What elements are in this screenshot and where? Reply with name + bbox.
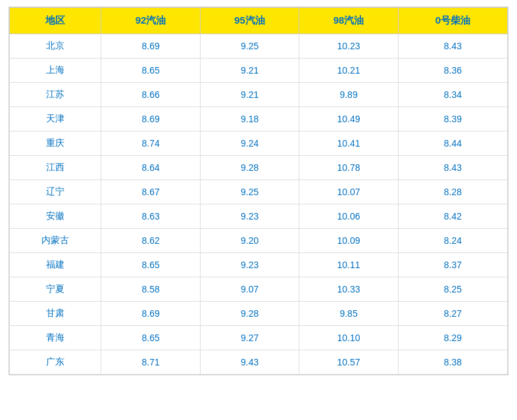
table-row: 辽宁8.679.2510.078.28: [10, 180, 508, 204]
price-cell: 10.41: [299, 131, 398, 156]
price-cell: 10.06: [299, 204, 398, 229]
table-body: 北京8.699.2510.238.43上海8.659.2110.218.36江苏…: [10, 34, 508, 375]
price-cell: 8.25: [398, 277, 507, 302]
table-row: 重庆8.749.2410.418.44: [10, 131, 508, 156]
price-cell: 8.65: [101, 58, 200, 83]
price-cell: 8.69: [101, 107, 200, 131]
fuel-price-table-wrapper: 地区92汽油95汽油98汽油0号柴油 北京8.699.2510.238.43上海…: [9, 7, 508, 375]
table-row: 甘肃8.699.289.858.27: [10, 302, 508, 326]
header-cell-1: 92汽油: [101, 8, 200, 34]
region-cell: 青海: [10, 326, 101, 350]
price-cell: 9.18: [200, 107, 299, 131]
price-cell: 8.65: [101, 326, 200, 350]
price-cell: 10.57: [299, 350, 398, 375]
price-cell: 10.09: [299, 229, 398, 253]
price-cell: 8.66: [101, 83, 200, 107]
table-row: 广东8.719.4310.578.38: [10, 350, 508, 375]
region-cell: 上海: [10, 58, 101, 83]
price-cell: 10.21: [299, 58, 398, 83]
price-cell: 10.78: [299, 156, 398, 180]
price-cell: 8.71: [101, 350, 200, 375]
price-cell: 8.38: [398, 350, 507, 375]
price-cell: 8.37: [398, 253, 507, 277]
price-cell: 8.42: [398, 204, 507, 229]
table-row: 青海8.659.2710.108.29: [10, 326, 508, 350]
table-row: 江西8.649.2810.788.43: [10, 156, 508, 180]
price-cell: 10.07: [299, 180, 398, 204]
table-row: 内蒙古8.629.2010.098.24: [10, 229, 508, 253]
price-cell: 9.23: [200, 253, 299, 277]
price-cell: 10.10: [299, 326, 398, 350]
region-cell: 福建: [10, 253, 101, 277]
price-cell: 9.89: [299, 83, 398, 107]
price-cell: 8.44: [398, 131, 507, 156]
price-cell: 8.43: [398, 156, 507, 180]
table-row: 天津8.699.1810.498.39: [10, 107, 508, 131]
price-cell: 9.25: [200, 180, 299, 204]
price-cell: 8.69: [101, 34, 200, 58]
region-cell: 北京: [10, 34, 101, 58]
region-cell: 内蒙古: [10, 229, 101, 253]
table-row: 宁夏8.589.0710.338.25: [10, 277, 508, 302]
price-cell: 9.85: [299, 302, 398, 326]
price-cell: 8.36: [398, 58, 507, 83]
price-cell: 8.24: [398, 229, 507, 253]
header-cell-2: 95汽油: [200, 8, 299, 34]
table-row: 福建8.659.2310.118.37: [10, 253, 508, 277]
price-cell: 8.58: [101, 277, 200, 302]
region-cell: 安徽: [10, 204, 101, 229]
table-row: 北京8.699.2510.238.43: [10, 34, 508, 58]
region-cell: 江西: [10, 156, 101, 180]
region-cell: 甘肃: [10, 302, 101, 326]
price-cell: 8.29: [398, 326, 507, 350]
price-cell: 8.28: [398, 180, 507, 204]
price-cell: 8.64: [101, 156, 200, 180]
price-cell: 9.20: [200, 229, 299, 253]
header-cell-3: 98汽油: [299, 8, 398, 34]
header-cell-4: 0号柴油: [398, 8, 507, 34]
region-cell: 江苏: [10, 83, 101, 107]
price-cell: 10.11: [299, 253, 398, 277]
price-cell: 8.65: [101, 253, 200, 277]
price-cell: 8.34: [398, 83, 507, 107]
price-cell: 8.69: [101, 302, 200, 326]
price-cell: 8.39: [398, 107, 507, 131]
price-cell: 8.43: [398, 34, 507, 58]
price-cell: 9.25: [200, 34, 299, 58]
price-cell: 9.23: [200, 204, 299, 229]
price-cell: 10.49: [299, 107, 398, 131]
region-cell: 重庆: [10, 131, 101, 156]
region-cell: 宁夏: [10, 277, 101, 302]
header-row: 地区92汽油95汽油98汽油0号柴油: [10, 8, 508, 34]
fuel-price-table: 地区92汽油95汽油98汽油0号柴油 北京8.699.2510.238.43上海…: [9, 7, 508, 375]
price-cell: 9.07: [200, 277, 299, 302]
price-cell: 8.62: [101, 229, 200, 253]
price-cell: 9.28: [200, 156, 299, 180]
price-cell: 8.74: [101, 131, 200, 156]
price-cell: 8.67: [101, 180, 200, 204]
price-cell: 9.43: [200, 350, 299, 375]
table-row: 安徽8.639.2310.068.42: [10, 204, 508, 229]
region-cell: 广东: [10, 350, 101, 375]
region-cell: 天津: [10, 107, 101, 131]
price-cell: 10.23: [299, 34, 398, 58]
price-cell: 9.27: [200, 326, 299, 350]
region-cell: 辽宁: [10, 180, 101, 204]
table-row: 江苏8.669.219.898.34: [10, 83, 508, 107]
header-cell-0: 地区: [10, 8, 101, 34]
price-cell: 8.63: [101, 204, 200, 229]
price-cell: 9.24: [200, 131, 299, 156]
price-cell: 9.21: [200, 58, 299, 83]
table-row: 上海8.659.2110.218.36: [10, 58, 508, 83]
price-cell: 10.33: [299, 277, 398, 302]
price-cell: 9.28: [200, 302, 299, 326]
price-cell: 9.21: [200, 83, 299, 107]
table-header: 地区92汽油95汽油98汽油0号柴油: [10, 8, 508, 34]
price-cell: 8.27: [398, 302, 507, 326]
